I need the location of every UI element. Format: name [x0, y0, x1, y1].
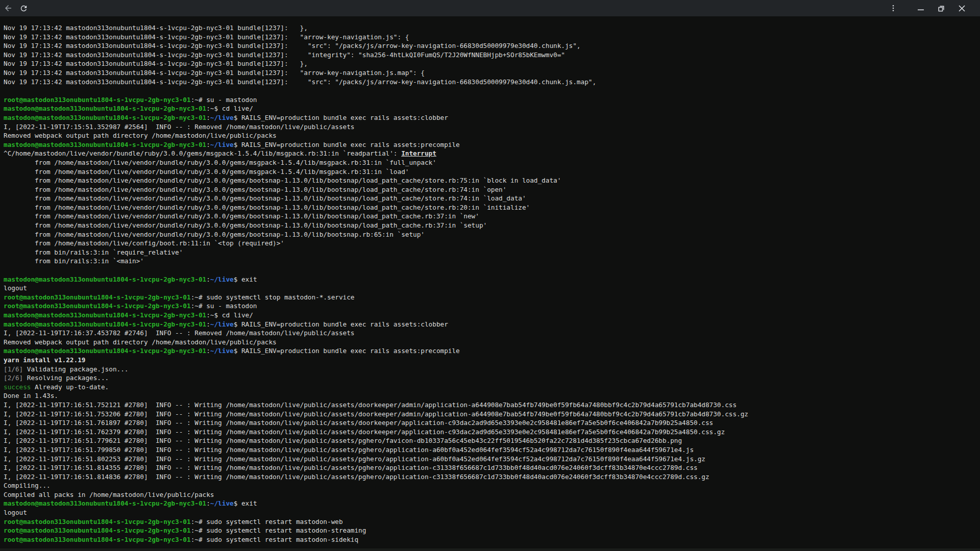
terminal-line: root@mastodon313onubuntu1804-s-1vcpu-2gb… [4, 535, 977, 544]
terminal-line: Removed webpack output path directory /h… [4, 131, 977, 140]
terminal-line: mastodon@mastodon313onubuntu1804-s-1vcpu… [4, 113, 977, 122]
terminal-line: mastodon@mastodon313onubuntu1804-s-1vcpu… [4, 346, 977, 356]
terminal-line: from /home/mastodon/live/vendor/bundle/r… [4, 203, 977, 212]
terminal-line: from /home/mastodon/live/config/boot.rb:… [4, 239, 977, 248]
minimize-button[interactable] [914, 1, 928, 15]
terminal-line: I, [2022-11-19T17:16:51.814355 #2780] IN… [4, 463, 977, 472]
terminal-line: from bin/rails:3:in `require_relative' [4, 248, 977, 257]
terminal-line: logout [4, 284, 977, 293]
terminal-line: root@mastodon313onubuntu1804-s-1vcpu-2gb… [4, 302, 977, 311]
window-controls [886, 1, 969, 15]
terminal-line: mastodon@mastodon313onubuntu1804-s-1vcpu… [4, 320, 977, 329]
terminal-line: root@mastodon313onubuntu1804-s-1vcpu-2gb… [4, 526, 977, 535]
terminal-line: Nov 19 17:13:42 mastodon313onubuntu1804-… [4, 78, 977, 87]
terminal-line: from /home/mastodon/live/vendor/bundle/r… [4, 185, 977, 194]
terminal-line: Nov 19 17:13:42 mastodon313onubuntu1804-… [4, 68, 977, 78]
terminal-line: mastodon@mastodon313onubuntu1804-s-1vcpu… [4, 140, 977, 149]
restore-icon [938, 5, 945, 12]
kebab-menu-icon [889, 4, 897, 12]
terminal-line: from /home/mastodon/live/vendor/bundle/r… [4, 221, 977, 230]
terminal-line: Removed webpack output path directory /h… [4, 338, 977, 347]
terminal-line: mastodon@mastodon313onubuntu1804-s-1vcpu… [4, 311, 977, 320]
terminal-output[interactable]: Nov 19 17:13:42 mastodon313onubuntu1804-… [0, 16, 980, 551]
close-button[interactable] [954, 1, 969, 15]
reload-icon [19, 4, 28, 13]
terminal-line: from bin/rails:3:in `<main>' [4, 257, 977, 266]
close-icon [958, 5, 966, 12]
terminal-line: logout [4, 508, 977, 517]
terminal-line: from /home/mastodon/live/vendor/bundle/r… [4, 167, 977, 177]
terminal-line: I, [2022-11-19T17:15:51.352987 #2564] IN… [4, 122, 977, 132]
terminal-line: I, [2022-11-19T17:16:51.762379 #2780] IN… [4, 428, 977, 437]
terminal-line: Nov 19 17:13:42 mastodon313onubuntu1804-… [4, 41, 977, 51]
restore-button[interactable] [934, 1, 948, 15]
menu-button[interactable] [886, 1, 900, 15]
terminal-line: I, [2022-11-19T17:16:51.799850 #2780] IN… [4, 445, 977, 455]
terminal-line: I, [2022-11-19T17:16:51.761897 #2780] IN… [4, 418, 977, 428]
terminal-line: Nov 19 17:13:42 mastodon313onubuntu1804-… [4, 59, 977, 68]
terminal-line: I, [2022-11-19T17:16:51.753206 #2780] IN… [4, 410, 977, 419]
terminal-line: Compiling... [4, 481, 977, 490]
terminal-line: [1/6] Validating package.json... [4, 365, 977, 374]
terminal-line: from /home/mastodon/live/vendor/bundle/r… [4, 212, 977, 221]
terminal-line: from /home/mastodon/live/vendor/bundle/r… [4, 194, 977, 203]
terminal-line: root@mastodon313onubuntu1804-s-1vcpu-2gb… [4, 95, 977, 105]
terminal-line: yarn install v1.22.19 [4, 356, 977, 365]
terminal-line [4, 86, 977, 95]
terminal-line: I, [2022-11-19T17:16:37.453782 #2746] IN… [4, 329, 977, 338]
terminal-line: from /home/mastodon/live/vendor/bundle/r… [4, 158, 977, 167]
bottom-edge-strip [0, 548, 980, 551]
terminal-line: mastodon@mastodon313onubuntu1804-s-1vcpu… [4, 104, 977, 113]
terminal-line: from /home/mastodon/live/vendor/bundle/r… [4, 230, 977, 239]
titlebar-nav-group [1, 1, 31, 15]
terminal-line: I, [2022-11-19T17:16:51.802253 #2780] IN… [4, 455, 977, 464]
terminal-line: root@mastodon313onubuntu1804-s-1vcpu-2gb… [4, 293, 977, 302]
terminal-line: from /home/mastodon/live/vendor/bundle/r… [4, 176, 977, 185]
terminal-line: Done in 1.43s. [4, 391, 977, 400]
terminal-line: Nov 19 17:13:42 mastodon313onubuntu1804-… [4, 23, 977, 33]
terminal-line [4, 266, 977, 275]
back-button[interactable] [1, 1, 15, 15]
minimize-icon [917, 5, 924, 12]
terminal-line: success Already up-to-date. [4, 383, 977, 392]
reload-button[interactable] [16, 1, 31, 15]
terminal-line: I, [2022-11-19T17:16:51.779621 #2780] IN… [4, 436, 977, 445]
terminal-line: Nov 19 17:13:42 mastodon313onubuntu1804-… [4, 51, 977, 60]
terminal-line: Compiled all packs in /home/mastodon/liv… [4, 490, 977, 499]
terminal-line: mastodon@mastodon313onubuntu1804-s-1vcpu… [4, 275, 977, 284]
terminal-line: I, [2022-11-19T17:16:51.814836 #2780] IN… [4, 472, 977, 482]
window-titlebar [0, 0, 980, 16]
terminal-line: ^C/home/mastodon/live/vendor/bundle/ruby… [4, 149, 977, 158]
terminal-line: mastodon@mastodon313onubuntu1804-s-1vcpu… [4, 499, 977, 508]
terminal-line: I, [2022-11-19T17:16:51.752121 #2780] IN… [4, 400, 977, 410]
terminal-line: root@mastodon313onubuntu1804-s-1vcpu-2gb… [4, 517, 977, 527]
terminal-line: Nov 19 17:13:42 mastodon313onubuntu1804-… [4, 33, 977, 42]
terminal-line: [2/6] Resolving packages... [4, 373, 977, 383]
back-icon [4, 4, 13, 13]
